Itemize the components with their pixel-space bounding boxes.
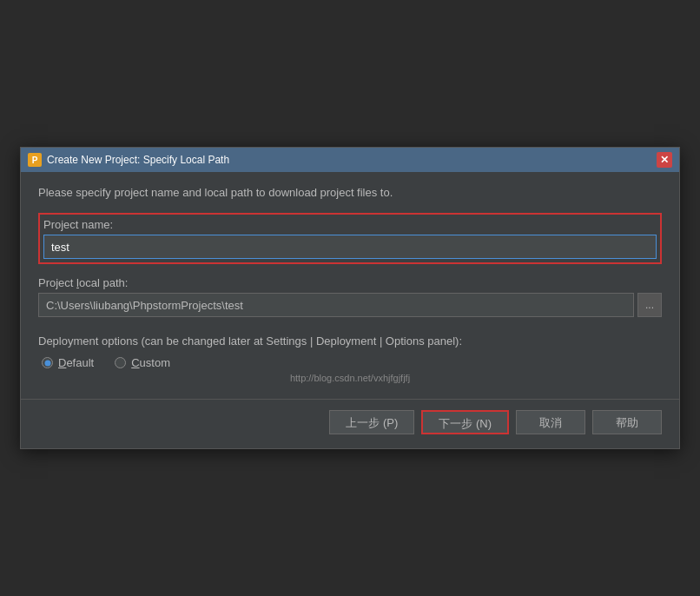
deployment-section: Deployment options (can be changed later… (38, 334, 662, 369)
browse-button[interactable]: ... (637, 293, 662, 317)
cancel-button[interactable]: 取消 (516, 410, 585, 434)
radio-default-input[interactable] (42, 357, 53, 368)
window-title: Create New Project: Specify Local Path (47, 154, 229, 166)
project-path-label: Project local path: (38, 276, 662, 289)
radio-custom-input[interactable] (115, 357, 126, 368)
project-path-input[interactable] (38, 293, 634, 317)
title-bar: P Create New Project: Specify Local Path… (21, 148, 679, 172)
watermark: http://blog.csdn.net/vxhjfgjfjfj (38, 369, 662, 385)
next-button[interactable]: 下一步 (N) (421, 410, 509, 434)
dialog-body: Please specify project name and local pa… (21, 172, 679, 399)
button-bar: 上一步 (P) 下一步 (N) 取消 帮助 (21, 399, 679, 448)
app-icon: P (28, 153, 42, 167)
radio-custom[interactable]: Custom (115, 356, 170, 369)
project-name-label: Project name: (43, 218, 657, 231)
project-name-section: Project name: (38, 213, 662, 264)
project-name-input[interactable] (43, 235, 657, 259)
deployment-label: Deployment options (can be changed later… (38, 334, 662, 348)
back-button[interactable]: 上一步 (P) (329, 410, 414, 434)
title-bar-left: P Create New Project: Specify Local Path (28, 153, 229, 167)
path-row: ... (38, 293, 662, 317)
help-button[interactable]: 帮助 (592, 410, 662, 434)
description-text: Please specify project name and local pa… (38, 186, 662, 199)
close-button[interactable]: ✕ (657, 152, 672, 168)
project-path-section: Project local path: ... (38, 276, 662, 317)
radio-custom-label: Custom (131, 356, 170, 369)
deployment-radio-group: Default Custom (42, 356, 662, 369)
dialog-window: P Create New Project: Specify Local Path… (20, 147, 680, 449)
radio-default[interactable]: Default (42, 356, 94, 369)
radio-default-label: Default (58, 356, 94, 369)
